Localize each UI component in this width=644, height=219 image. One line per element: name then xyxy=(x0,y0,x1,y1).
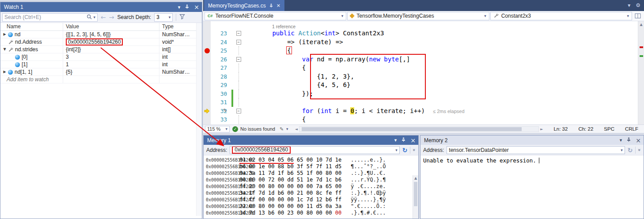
watch-row[interactable]: [1] 1 int xyxy=(0,61,202,68)
chevron-down-icon[interactable]: ▾ xyxy=(621,148,623,152)
breakpoint-gutter-cell[interactable] xyxy=(203,81,211,90)
watch-scrollbar[interactable] xyxy=(196,23,202,216)
add-item-row[interactable]: Add item to watch xyxy=(0,76,202,83)
gear-icon[interactable]: ⚙ xyxy=(636,2,640,8)
breakpoint-gutter-cell[interactable] xyxy=(203,22,211,29)
code-text[interactable]: }); xyxy=(242,90,638,98)
memory2-content[interactable]: Unable to evaluate the expression. xyxy=(420,155,644,166)
breakpoint-icon[interactable] xyxy=(205,48,210,53)
breakpoint-gutter-cell[interactable] xyxy=(203,29,211,38)
code-text[interactable]: => (iterate) => xyxy=(242,38,638,47)
code-text[interactable]: {1, 2, 3}, xyxy=(242,72,638,81)
code-text[interactable] xyxy=(242,98,638,107)
breakpoint-gutter-cell[interactable] xyxy=(203,98,211,107)
pin-icon[interactable] xyxy=(401,137,406,143)
code-cleanup-icon[interactable]: ✎ xyxy=(280,126,284,132)
project-select[interactable]: C# TensorFlowNET.Console ▾ xyxy=(205,12,346,20)
code-text[interactable]: { xyxy=(242,64,638,72)
close-icon[interactable]: × xyxy=(194,4,199,10)
document-tab[interactable]: MemoryTestingCases.cs × xyxy=(204,0,284,11)
search-depth-select[interactable]: 3 ▾ xyxy=(154,13,173,22)
code-editor[interactable]: 1 reference 23 − public Action<int> Cons… xyxy=(203,21,644,125)
outline-fold-marker[interactable] xyxy=(235,115,242,124)
editor-vertical-scrollbar[interactable]: ▲ xyxy=(638,21,644,125)
memory1-dump[interactable]: 0x000002556B194260 01 02 03 04 05 06 65 … xyxy=(204,155,418,219)
watch-titlebar[interactable]: Watch 1 ▾ × xyxy=(0,2,202,12)
outline-fold-marker[interactable] xyxy=(235,90,242,98)
code-text[interactable]: 1 reference xyxy=(242,22,638,29)
close-icon[interactable]: × xyxy=(410,138,416,143)
scrollbar-thumb[interactable] xyxy=(302,127,522,131)
outline-fold-marker[interactable] xyxy=(235,64,242,72)
code-text[interactable]: { xyxy=(242,46,638,55)
chevron-down-icon[interactable]: ▾ xyxy=(628,2,630,8)
issues-status[interactable]: ✓ No issues found xyxy=(232,126,275,132)
outline-fold-marker[interactable]: − xyxy=(235,55,242,64)
watch-row[interactable]: [0] 3 int xyxy=(0,53,202,61)
breakpoint-gutter-cell[interactable] xyxy=(203,72,211,81)
breakpoint-gutter-cell[interactable] xyxy=(203,90,211,98)
expander-icon[interactable]: ▼ xyxy=(2,46,7,53)
outline-fold-marker[interactable] xyxy=(235,72,242,81)
pin-icon[interactable] xyxy=(626,137,631,143)
editor-horizontal-scrollbar[interactable]: ◄ ► xyxy=(294,126,545,132)
pin-icon[interactable] xyxy=(269,4,273,8)
outline-fold-marker[interactable]: − xyxy=(235,29,242,38)
chevron-down-icon[interactable]: ▾ xyxy=(395,148,398,152)
address-input[interactable]: tensor.TensorDataPointer ▾ xyxy=(447,146,625,154)
filter-icon[interactable] xyxy=(179,13,185,21)
scroll-left-icon[interactable]: ◄ xyxy=(294,127,299,131)
close-icon[interactable]: × xyxy=(636,138,641,143)
scroll-right-icon[interactable]: ► xyxy=(539,127,544,131)
expander-icon[interactable]: ▶ xyxy=(2,31,7,38)
scroll-up-icon[interactable]: ▲ xyxy=(413,176,418,180)
column-header-value[interactable]: Value xyxy=(63,23,159,30)
memory2-titlebar[interactable]: Memory 2 ▾ × xyxy=(420,136,644,145)
address-input[interactable]: 0x000002556B194260 ▾ xyxy=(230,146,399,154)
memory1-scrollbar[interactable]: ▲ xyxy=(413,175,418,219)
outline-fold-marker[interactable]: − xyxy=(235,38,242,47)
code-text[interactable]: for (int i = 0; i < iterate; i++)≤ 2ms e… xyxy=(242,107,638,116)
chevron-down-icon[interactable]: ▾ xyxy=(93,15,95,19)
type-select[interactable]: Tensorflow.MemoryTestingCases ▾ xyxy=(347,12,489,20)
refresh-icon[interactable]: ↻ xyxy=(402,147,408,153)
breakpoint-gutter-cell[interactable] xyxy=(203,55,211,64)
codelens-references[interactable]: 1 reference xyxy=(272,24,295,29)
close-icon[interactable]: × xyxy=(277,3,280,8)
expander-icon[interactable]: ▶ xyxy=(2,68,7,76)
code-text[interactable]: { xyxy=(242,115,638,124)
code-text[interactable]: var nd = np.array(new byte[,] xyxy=(242,55,638,64)
window-position-chevron-icon[interactable]: ▾ xyxy=(620,138,622,143)
outline-fold-marker[interactable] xyxy=(235,22,242,29)
scrollbar-thumb[interactable] xyxy=(414,182,417,206)
watch-row[interactable]: ▶ nd[1, 1] {5} NumShar… xyxy=(0,68,202,76)
toolbar-overflow-icon[interactable]: » xyxy=(637,149,642,151)
breakpoint-gutter-cell[interactable] xyxy=(203,107,211,116)
search-icon[interactable] xyxy=(87,13,92,21)
breakpoint-gutter-cell[interactable] xyxy=(203,38,211,47)
code-text[interactable]: {4, 5, 6} xyxy=(242,81,638,90)
search-box[interactable]: ▾ xyxy=(2,13,98,22)
outline-fold-marker[interactable] xyxy=(235,81,242,90)
member-select[interactable]: Constant2x3 ▾ xyxy=(490,12,632,20)
pin-icon[interactable] xyxy=(185,4,189,10)
scroll-up-icon[interactable]: ▲ xyxy=(638,23,644,26)
split-window-button[interactable] xyxy=(633,13,643,19)
column-header-type[interactable]: Type xyxy=(159,23,202,30)
watch-row[interactable]: ▶ nd {[[1, 2, 3], [4, 5, 6]]} NumShar… xyxy=(0,31,202,38)
breakpoint-gutter-cell[interactable] xyxy=(203,46,211,55)
breakpoint-gutter-cell[interactable] xyxy=(203,115,211,124)
search-input[interactable] xyxy=(4,14,85,20)
column-header-name[interactable]: Name xyxy=(0,23,63,30)
window-position-chevron-icon[interactable]: ▾ xyxy=(394,138,397,143)
memory1-titlebar[interactable]: Memory 1 ▾ × xyxy=(204,136,418,145)
watch-row[interactable]: ▼ nd.strides {int[2]} int[] xyxy=(0,46,202,53)
chevron-down-icon[interactable]: ▾ xyxy=(286,127,288,131)
watch-row[interactable]: nd.Address 0x000002556b194260 void* xyxy=(0,38,202,46)
breakpoint-gutter-cell[interactable] xyxy=(203,64,211,72)
zoom-select[interactable]: 115 % ▾ xyxy=(205,126,230,132)
outline-fold-marker[interactable] xyxy=(235,46,242,55)
window-position-chevron-icon[interactable]: ▾ xyxy=(178,5,181,10)
code-text[interactable]: public Action<int> Constant2x3 xyxy=(242,29,638,38)
forward-icon[interactable]: → xyxy=(109,14,114,20)
